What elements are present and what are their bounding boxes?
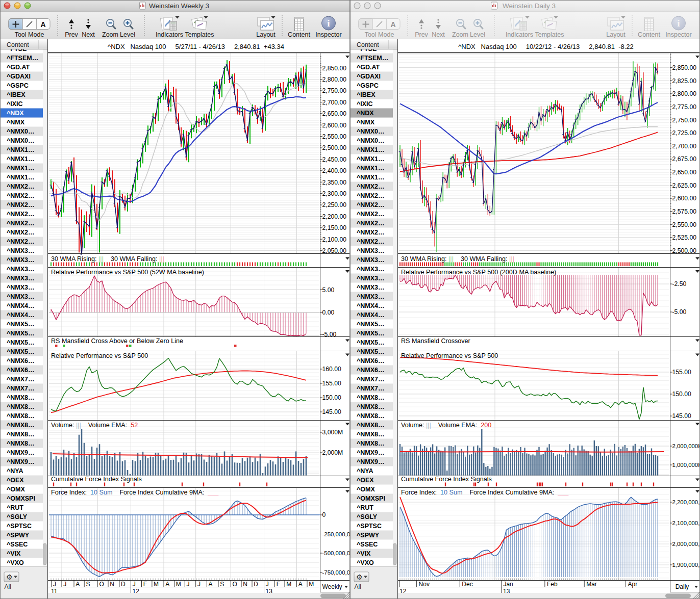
svg-text:^NDX Nasdaq 100 10/22/12: ^NDX Nasdaq 100 10/22/12 - 4/26/13 2,840… (458, 43, 634, 50)
svg-text:^SGLY: ^SGLY (357, 513, 378, 520)
svg-text:A: A (390, 20, 395, 29)
svg-text:Mar: Mar (586, 581, 597, 588)
svg-text:2,625.00: 2,625.00 (672, 182, 697, 189)
svg-text:^NMX8…: ^NMX8… (7, 394, 35, 401)
svg-text:^OMXSPI: ^OMXSPI (357, 495, 385, 502)
svg-text:2,750.00: 2,750.00 (322, 87, 347, 94)
svg-text:^NMX2…: ^NMX2… (357, 220, 385, 227)
svg-text:^NMX9…: ^NMX9… (357, 449, 385, 456)
svg-text:2,000,000,000: 2,000,000,000 (672, 541, 700, 547)
svg-text:^NMX2…: ^NMX2… (7, 238, 35, 245)
svg-text:N: N (243, 581, 247, 588)
svg-text:^SGLY: ^SGLY (7, 513, 28, 520)
svg-text:Content: Content (357, 41, 379, 48)
svg-text:2,525.00: 2,525.00 (672, 234, 697, 241)
svg-text:⚙: ⚙ (6, 573, 13, 581)
svg-text:^NDX Nasdaq 100 5/27/11: ^NDX Nasdaq 100 5/27/11 - 4/26/13 2,840.… (108, 43, 284, 50)
svg-text:N: N (110, 581, 114, 588)
svg-text:^NMX8…: ^NMX8… (7, 412, 35, 420)
svg-text:Tool Mode: Tool Mode (15, 31, 44, 38)
svg-text:^NMX3…: ^NMX3… (357, 247, 385, 254)
svg-text:Relative Performance vs S&P 50: Relative Performance vs S&P 500 (52W MA … (51, 269, 204, 276)
svg-text:2,500.00: 2,500.00 (322, 144, 347, 151)
svg-text:Relative Performance vs S&P 50: Relative Performance vs S&P 500 (200D MA… (401, 269, 556, 276)
svg-text:2,675.00: 2,675.00 (672, 155, 697, 163)
svg-text:^NMX0…: ^NMX0… (357, 128, 385, 135)
svg-text:^OMX: ^OMX (7, 486, 25, 493)
svg-text:Cumulative Force Index Signals: Cumulative Force Index Signals (51, 476, 142, 483)
svg-text:2,725.00: 2,725.00 (672, 129, 697, 137)
svg-text:Level: Level (470, 31, 485, 38)
svg-text:Next: Next (432, 31, 445, 38)
svg-text:^NMX3…: ^NMX3… (357, 275, 385, 282)
svg-text:^SSEC: ^SSEC (357, 541, 378, 548)
svg-text:Next: Next (82, 31, 95, 38)
svg-text:S: S (220, 581, 224, 588)
svg-text:3,000M: 3,000M (322, 429, 343, 436)
svg-text:^VXO: ^VXO (357, 559, 374, 566)
svg-text:^NMX5…: ^NMX5… (7, 330, 35, 337)
svg-text:^NMX8…: ^NMX8… (7, 431, 35, 438)
svg-text:Volume: ||| Volume EMA: 52: Volume: ||| Volume EMA: 52 (51, 422, 138, 429)
svg-text:M: M (154, 581, 159, 588)
svg-text:Tool Mode: Tool Mode (365, 31, 394, 38)
svg-text:Prev: Prev (415, 31, 428, 38)
svg-text:Weinstein Weekly 3: Weinstein Weekly 3 (149, 2, 209, 10)
svg-text:Inspector: Inspector (665, 31, 691, 38)
svg-text:^NMX2…: ^NMX2… (357, 183, 385, 190)
svg-text:Indicators: Indicators (506, 31, 533, 38)
svg-text:^NDX: ^NDX (357, 110, 374, 117)
svg-text:^NMX1…: ^NMX1… (7, 146, 35, 153)
svg-text:155.00: 155.00 (672, 369, 691, 376)
svg-text:^OMX: ^OMX (357, 486, 375, 493)
svg-text:^NMX6…: ^NMX6… (357, 357, 385, 364)
svg-text:O: O (233, 581, 237, 588)
svg-text:30 WMA Rising: ||| 30 WMA F: 30 WMA Rising: ||| 30 WMA Falling: ||| (401, 255, 514, 263)
svg-text:RS Mansfield Crossover: RS Mansfield Crossover (401, 337, 470, 345)
svg-text:J: J (197, 581, 201, 588)
svg-text:^NMX1…: ^NMX1… (357, 146, 385, 153)
svg-text:M: M (176, 581, 181, 588)
svg-text:1,000,000K: 1,000,000K (672, 462, 700, 468)
svg-text:^NMX8…: ^NMX8… (7, 422, 35, 429)
svg-text:155.00: 155.00 (322, 380, 341, 387)
svg-text:Zoom: Zoom (102, 31, 118, 38)
svg-text:Jan: Jan (503, 581, 513, 588)
svg-text:Apr: Apr (628, 581, 638, 588)
svg-text:^NMX1…: ^NMX1… (357, 174, 385, 181)
svg-text:^NMX3…: ^NMX3… (7, 284, 35, 291)
svg-text:Cumulative Force Index Signals: Cumulative Force Index Signals (401, 476, 492, 483)
svg-text:2,050.00: 2,050.00 (322, 247, 347, 254)
svg-text:J: J (187, 581, 190, 588)
svg-text:^IXIC: ^IXIC (357, 100, 373, 108)
svg-text:^NMX2…: ^NMX2… (357, 211, 385, 218)
svg-text:O: O (99, 581, 104, 588)
svg-text:^NMX7…: ^NMX7… (357, 376, 385, 383)
svg-text:2,150.00: 2,150.00 (322, 224, 347, 231)
svg-text:2,500.00: 2,500.00 (672, 247, 697, 254)
svg-text:2,775.00: 2,775.00 (672, 103, 697, 111)
svg-text:^SPWY: ^SPWY (357, 532, 380, 539)
svg-text:^NMX1…: ^NMX1… (357, 155, 385, 163)
svg-text:^NYA: ^NYA (7, 467, 23, 475)
svg-text:^NMX8…: ^NMX8… (357, 412, 385, 420)
svg-text:Layout: Layout (256, 31, 276, 38)
svg-text:^NMX8…: ^NMX8… (7, 403, 35, 410)
svg-text:^RUT: ^RUT (7, 504, 23, 511)
svg-text:J: J (133, 581, 136, 588)
svg-text:Inspector: Inspector (315, 31, 341, 38)
svg-text:^IBEX: ^IBEX (357, 91, 376, 98)
svg-text:2,600.00: 2,600.00 (322, 122, 347, 129)
svg-text:^NMX6…: ^NMX6… (357, 367, 385, 374)
svg-text:^NMX8…: ^NMX8… (357, 403, 385, 410)
svg-text:Relative Performance vs S&P 50: Relative Performance vs S&P 500 (401, 352, 498, 359)
svg-text:^NMX8…: ^NMX8… (357, 394, 385, 401)
svg-text:2,825.00: 2,825.00 (672, 77, 697, 85)
svg-text:Content: Content (7, 41, 29, 48)
svg-text:^NMX3…: ^NMX3… (7, 256, 35, 264)
svg-text:^NMX8…: ^NMX8… (7, 440, 35, 447)
svg-text:Daily: Daily (676, 583, 689, 590)
svg-text:^NMX: ^NMX (357, 119, 375, 126)
svg-text:^NMX6…: ^NMX6… (7, 357, 35, 364)
svg-text:^NMX7…: ^NMX7… (7, 376, 35, 383)
